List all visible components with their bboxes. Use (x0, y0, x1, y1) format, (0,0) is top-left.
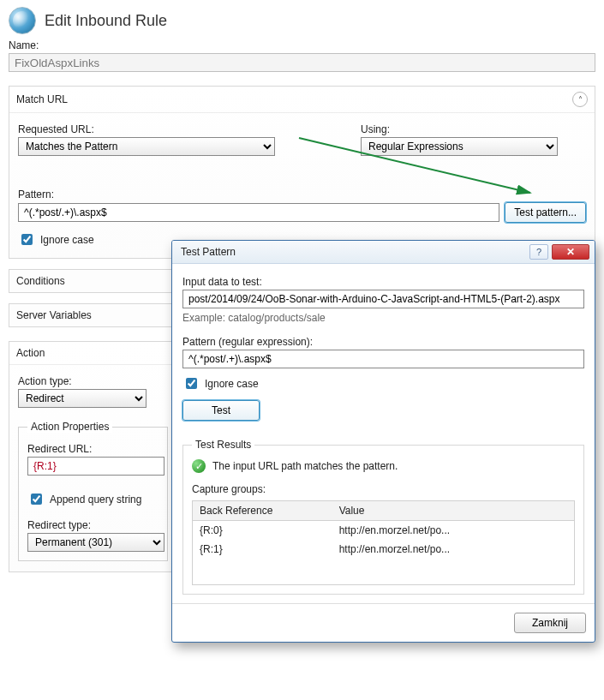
input-data-field[interactable] (182, 290, 584, 308)
capture-groups-label: Capture groups: (192, 483, 575, 495)
action-title: Action (16, 347, 45, 359)
name-input[interactable] (9, 53, 595, 72)
match-url-title: Match URL (16, 93, 68, 105)
help-button[interactable]: ? (529, 244, 548, 260)
requested-url-select[interactable]: Matches the Pattern (18, 137, 275, 156)
match-url-panel: Match URL ˄ Requested URL: Matches the P… (9, 86, 595, 259)
close-icon[interactable]: ✕ (552, 244, 589, 260)
pattern-label: Pattern: (18, 188, 586, 200)
page-title: Edit Inbound Rule (45, 12, 167, 30)
example-text: Example: catalog/products/sale (182, 312, 584, 324)
dialog-test-button[interactable]: Test (182, 400, 260, 421)
name-label: Name: (9, 39, 595, 51)
using-label: Using: (361, 123, 558, 135)
action-type-select[interactable]: Redirect (18, 389, 147, 408)
ignore-case-label: Ignore case (40, 234, 94, 246)
redirect-type-label: Redirect type: (27, 519, 158, 531)
dialog-ignore-case-checkbox[interactable] (186, 378, 197, 389)
col-header-ref: Back Reference (193, 501, 332, 521)
globe-icon (9, 7, 36, 34)
action-type-label: Action type: (18, 375, 168, 387)
dialog-pattern-label: Pattern (regular expression): (182, 336, 584, 348)
pattern-input[interactable] (18, 203, 499, 222)
test-pattern-button[interactable]: Test pattern... (505, 202, 586, 223)
table-row[interactable]: {R:1} http://en.morzel.net/po... (193, 540, 575, 559)
col-header-val: Value (332, 501, 532, 521)
test-pattern-dialog: Test Pattern ? ✕ Input data to test: Exa… (171, 240, 595, 643)
capture-groups-table: Back Reference Value {R:0} http://en.mor… (192, 500, 575, 585)
dialog-ignore-case-label: Ignore case (205, 378, 259, 390)
test-results-legend: Test Results (192, 439, 254, 451)
match-result-text: The input URL path matches the pattern. (212, 460, 398, 472)
redirect-url-label: Redirect URL: (27, 443, 158, 455)
success-icon: ✓ (192, 459, 206, 473)
input-data-label: Input data to test: (182, 276, 584, 288)
page-header: Edit Inbound Rule (9, 7, 595, 34)
append-query-label: Append query string (50, 494, 141, 506)
ignore-case-checkbox[interactable] (21, 234, 33, 245)
table-row[interactable]: {R:0} http://en.morzel.net/po... (193, 521, 575, 541)
using-select[interactable]: Regular Expressions (361, 137, 558, 156)
dialog-pattern-input[interactable] (182, 350, 584, 368)
redirect-url-input[interactable] (27, 457, 164, 476)
redirect-type-select[interactable]: Permanent (301) (27, 533, 164, 552)
append-query-checkbox[interactable] (31, 494, 42, 505)
collapse-icon[interactable]: ˄ (572, 92, 588, 107)
action-properties-legend: Action Properties (27, 421, 112, 433)
server-variables-title: Server Variables (16, 309, 92, 321)
conditions-title: Conditions (16, 275, 65, 287)
dialog-title: Test Pattern (181, 246, 236, 258)
close-button[interactable]: Zamknij (514, 613, 586, 633)
requested-url-label: Requested URL: (18, 123, 275, 135)
